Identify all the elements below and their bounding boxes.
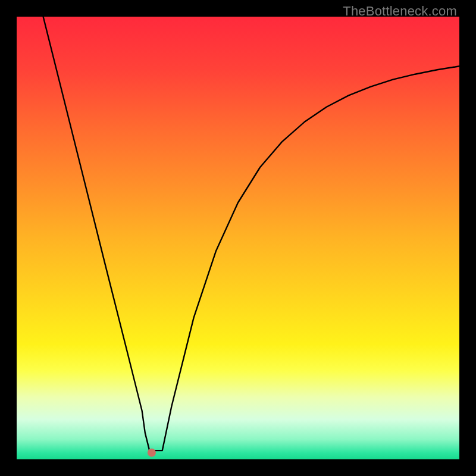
gradient-background [17,17,459,459]
min-point-marker [148,449,156,457]
chart-stage: TheBottleneck.com [0,0,476,476]
plot-area [17,17,459,459]
plot-svg [17,17,459,459]
